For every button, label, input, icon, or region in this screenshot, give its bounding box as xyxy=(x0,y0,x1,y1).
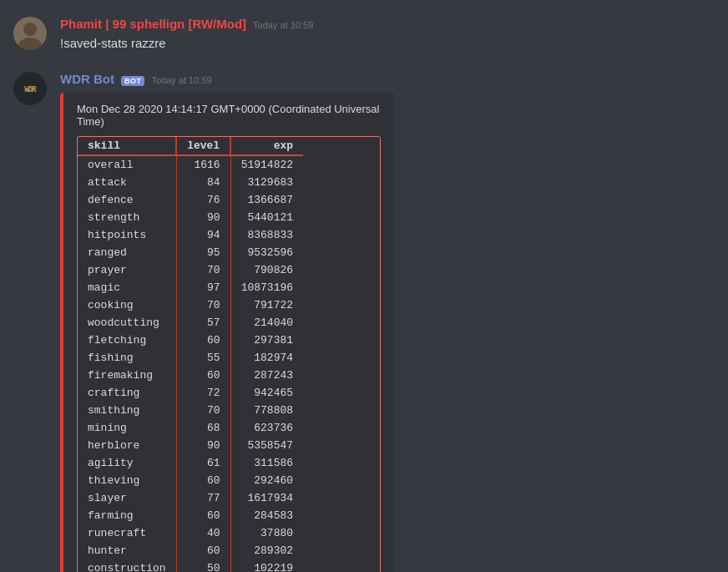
message-header: Phamit | 99 sphellign [RW/Mod] Today at … xyxy=(60,17,715,31)
cell-exp: 623736 xyxy=(230,419,303,437)
bot-username: WDR Bot xyxy=(60,72,114,86)
table-row: fishing55182974 xyxy=(78,349,303,367)
cell-level: 1616 xyxy=(176,155,230,174)
bot-badge: BOT xyxy=(121,76,145,86)
table-row: hitpoints948368833 xyxy=(78,226,303,244)
table-row: fletching60297381 xyxy=(78,332,303,349)
table-row: attack843129683 xyxy=(78,174,303,191)
username: Phamit | 99 sphellign [RW/Mod] xyxy=(60,17,246,31)
stats-table: skill level exp overall161651914822attac… xyxy=(77,136,381,572)
table-row: prayer70790826 xyxy=(78,261,303,279)
cell-skill: firemaking xyxy=(78,367,176,384)
cell-exp: 284583 xyxy=(230,507,303,524)
table-row: overall161651914822 xyxy=(78,155,303,174)
cell-level: 70 xyxy=(176,402,230,419)
cell-skill: farming xyxy=(78,507,176,524)
cell-level: 60 xyxy=(176,367,230,384)
cell-skill: hitpoints xyxy=(78,226,176,244)
cell-skill: prayer xyxy=(78,261,176,279)
table-row: cooking70791722 xyxy=(78,296,303,314)
table-row: construction50102219 xyxy=(78,559,303,572)
cell-level: 70 xyxy=(176,261,230,279)
table-row: runecraft4037880 xyxy=(78,524,303,542)
cell-skill: fletching xyxy=(78,332,176,349)
cell-level: 60 xyxy=(176,472,230,489)
bot-avatar: WDR xyxy=(13,72,47,105)
avatar: WDR xyxy=(13,72,47,105)
cell-level: 90 xyxy=(176,209,230,226)
cell-skill: woodcutting xyxy=(78,314,176,332)
cell-level: 55 xyxy=(176,349,230,367)
table-row: slayer771617934 xyxy=(78,489,303,507)
cell-exp: 37880 xyxy=(230,524,303,542)
message-header: WDR Bot BOT Today at 10:59 xyxy=(60,72,715,86)
table-row: woodcutting57214040 xyxy=(78,314,303,332)
message-text: !saved-stats razzre xyxy=(60,34,715,52)
cell-level: 97 xyxy=(176,279,230,296)
cell-skill: herblore xyxy=(78,437,176,454)
table-row: agility61311586 xyxy=(78,454,303,472)
cell-exp: 791722 xyxy=(230,296,303,314)
cell-skill: defence xyxy=(78,191,176,209)
table-row: strength905440121 xyxy=(78,209,303,226)
cell-level: 61 xyxy=(176,454,230,472)
cell-exp: 10873196 xyxy=(230,279,303,296)
cell-skill: magic xyxy=(78,279,176,296)
svg-text:WDR: WDR xyxy=(24,85,37,94)
cell-skill: ranged xyxy=(78,244,176,261)
phamit-message: Phamit | 99 sphellign [RW/Mod] Today at … xyxy=(13,13,715,55)
svg-point-1 xyxy=(23,23,37,36)
cell-level: 84 xyxy=(176,174,230,191)
avatar xyxy=(13,17,47,50)
cell-exp: 790826 xyxy=(230,261,303,279)
col-header-exp: exp xyxy=(230,137,303,155)
cell-level: 77 xyxy=(176,489,230,507)
cell-level: 95 xyxy=(176,244,230,261)
cell-exp: 1366687 xyxy=(230,191,303,209)
cell-level: 60 xyxy=(176,332,230,349)
cell-level: 40 xyxy=(176,524,230,542)
col-header-skill: skill xyxy=(78,137,176,155)
bot-message: WDR WDR Bot BOT Today at 10:59 Mon Dec 2… xyxy=(13,68,715,572)
table-header: skill level exp xyxy=(78,137,303,155)
timestamp: Today at 10:59 xyxy=(151,75,211,85)
cell-exp: 51914822 xyxy=(230,155,303,174)
message-body: Phamit | 99 sphellign [RW/Mod] Today at … xyxy=(60,17,715,52)
cell-skill: smithing xyxy=(78,402,176,419)
table-row: firemaking60287243 xyxy=(78,367,303,384)
cell-exp: 5358547 xyxy=(230,437,303,454)
cell-exp: 9532596 xyxy=(230,244,303,261)
cell-exp: 182974 xyxy=(230,349,303,367)
cell-skill: cooking xyxy=(78,296,176,314)
cell-exp: 214040 xyxy=(230,314,303,332)
table-row: crafting72942465 xyxy=(78,384,303,402)
timestamp: Today at 10:59 xyxy=(253,20,313,30)
cell-exp: 5440121 xyxy=(230,209,303,226)
cell-level: 70 xyxy=(176,296,230,314)
cell-exp: 297381 xyxy=(230,332,303,349)
cell-skill: strength xyxy=(78,209,176,226)
cell-level: 60 xyxy=(176,542,230,559)
cell-skill: agility xyxy=(78,454,176,472)
cell-skill: runecraft xyxy=(78,524,176,542)
cell-level: 94 xyxy=(176,226,230,244)
message-body: WDR Bot BOT Today at 10:59 Mon Dec 28 20… xyxy=(60,72,715,572)
cell-skill: attack xyxy=(78,174,176,191)
cell-exp: 311586 xyxy=(230,454,303,472)
cell-exp: 1617934 xyxy=(230,489,303,507)
cell-skill: thieving xyxy=(78,472,176,489)
cell-skill: mining xyxy=(78,419,176,437)
table-row: ranged959532596 xyxy=(78,244,303,261)
cell-skill: hunter xyxy=(78,542,176,559)
cell-level: 50 xyxy=(176,559,230,572)
table-row: defence761366687 xyxy=(78,191,303,209)
table-row: mining68623736 xyxy=(78,419,303,437)
cell-level: 60 xyxy=(176,507,230,524)
col-header-level: level xyxy=(176,137,230,155)
cell-skill: construction xyxy=(78,559,176,572)
cell-exp: 289302 xyxy=(230,542,303,559)
cell-exp: 8368833 xyxy=(230,226,303,244)
cell-exp: 102219 xyxy=(230,559,303,572)
cell-level: 90 xyxy=(176,437,230,454)
cell-exp: 778808 xyxy=(230,402,303,419)
